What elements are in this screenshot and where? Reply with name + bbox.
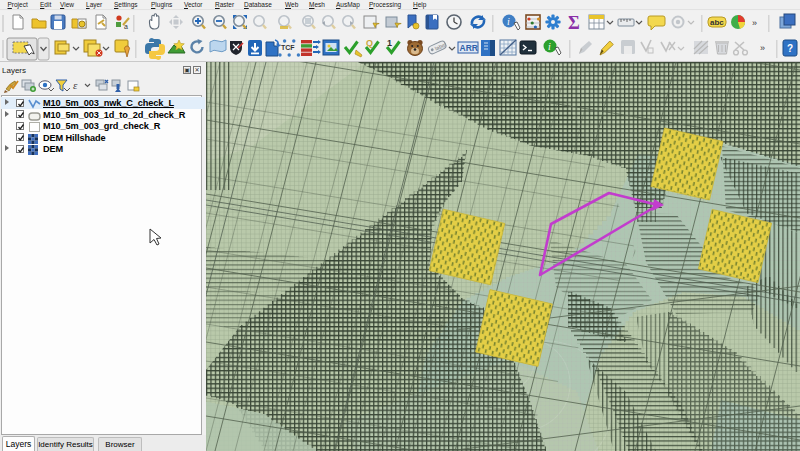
svg-text:»: » <box>760 43 765 53</box>
svg-text:1: 1 <box>387 38 392 48</box>
svg-text:ARR: ARR <box>460 43 478 53</box>
svg-text:?: ? <box>787 43 793 54</box>
svg-text:»: » <box>752 18 757 28</box>
svg-text:Σ: Σ <box>568 13 580 33</box>
svg-text:TCF: TCF <box>281 44 295 51</box>
svg-text:i: i <box>507 16 510 27</box>
svg-text:abc: abc <box>710 18 724 27</box>
svg-text:Q: Q <box>366 38 373 48</box>
svg-text:i: i <box>548 41 551 52</box>
